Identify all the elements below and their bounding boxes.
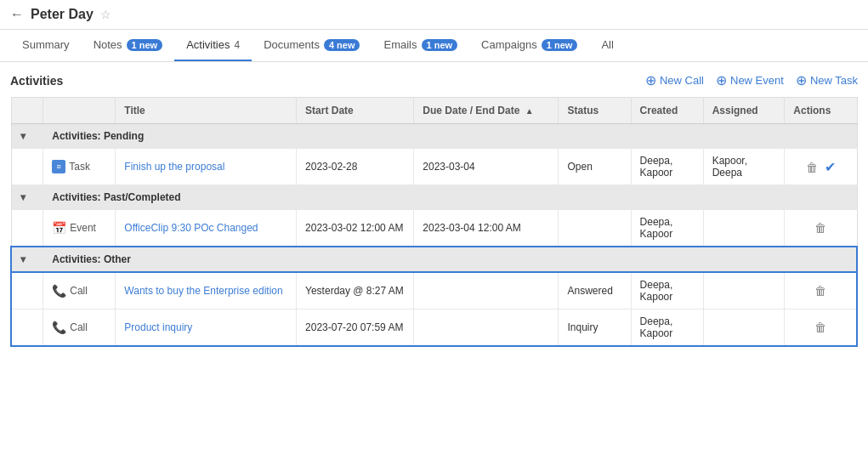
- activities-section-title: Activities: [10, 74, 63, 88]
- col-header-created[interactable]: Created: [631, 98, 703, 124]
- main-content: Activities ⊕ New Call ⊕ New Event ⊕ New …: [0, 62, 868, 357]
- action-buttons: ⊕ New Call ⊕ New Event ⊕ New Task: [645, 72, 858, 88]
- back-button[interactable]: ←: [10, 7, 24, 22]
- delete-event-button[interactable]: 🗑: [814, 221, 826, 235]
- tab-activities-label: Activities: [186, 38, 230, 51]
- title-link-call1[interactable]: Wants to buy the Enterprise edition: [124, 285, 282, 297]
- tab-campaigns-label: Campaigns: [481, 38, 537, 51]
- new-task-button[interactable]: ⊕ New Task: [796, 72, 858, 88]
- row-start-proposal: 2023-02-28: [297, 149, 414, 185]
- group-label-pending: Activities: Pending: [43, 124, 857, 149]
- col-header-status[interactable]: Status: [559, 98, 631, 124]
- row-created-call1: Deepa, Kapoor: [631, 272, 703, 310]
- page-title: Peter Day: [31, 7, 94, 22]
- section-header: Activities ⊕ New Call ⊕ New Event ⊕ New …: [10, 72, 858, 88]
- new-task-icon: ⊕: [796, 72, 807, 88]
- row-indent-call1: [11, 272, 43, 310]
- tab-campaigns-badge: 1 new: [542, 39, 578, 51]
- new-event-button[interactable]: ⊕ New Event: [716, 72, 784, 88]
- group-chevron-pending[interactable]: ▾: [11, 124, 43, 149]
- tab-emails-badge: 1 new: [422, 39, 458, 51]
- type-label-event: Event: [70, 222, 96, 234]
- row-assigned-event: [703, 210, 785, 247]
- col-header-type: [43, 98, 116, 124]
- row-due-proposal: 2023-03-04: [414, 149, 559, 185]
- row-actions-proposal: 🗑 ✔: [785, 149, 857, 185]
- col-header-actions: Actions: [785, 98, 857, 124]
- tab-summary[interactable]: Summary: [10, 30, 82, 61]
- tab-notes[interactable]: Notes 1 new: [82, 30, 175, 61]
- row-start-call1: Yesterday @ 8:27 AM: [297, 272, 414, 310]
- group-row-pending: ▾ Activities: Pending: [11, 124, 857, 149]
- row-status-proposal: Open: [559, 149, 631, 185]
- title-link-event[interactable]: OfficeClip 9:30 POc Changed: [124, 222, 258, 234]
- phone-icon-1: 📞: [52, 284, 66, 298]
- table-row: 📅 Event OfficeClip 9:30 POc Changed 2023…: [11, 210, 857, 247]
- tab-notes-label: Notes: [94, 38, 122, 51]
- tab-emails-label: Emails: [383, 38, 417, 51]
- tab-activities-count: 4: [234, 39, 240, 51]
- tab-notes-badge: 1 new: [127, 39, 163, 51]
- title-link-proposal[interactable]: Finish up the proposal: [124, 161, 224, 173]
- phone-icon-2: 📞: [52, 321, 66, 334]
- tab-activities[interactable]: Activities 4: [174, 30, 252, 61]
- new-event-label: New Event: [730, 74, 784, 87]
- delete-call1-button[interactable]: 🗑: [814, 284, 826, 298]
- col-header-assigned[interactable]: Assigned: [703, 98, 785, 124]
- title-link-call2[interactable]: Product inquiry: [124, 321, 192, 333]
- row-title-call2: Product inquiry: [116, 310, 297, 347]
- col-header-due[interactable]: Due Date / End Date ▲: [414, 98, 559, 124]
- row-assigned-proposal: Kapoor, Deepa: [703, 149, 785, 185]
- table-row: 📞 Call Wants to buy the Enterprise editi…: [11, 272, 857, 310]
- tab-emails[interactable]: Emails 1 new: [372, 30, 469, 61]
- task-doc-icon: ≡: [52, 160, 65, 173]
- activities-table: Title Start Date Due Date / End Date ▲ S…: [10, 97, 858, 347]
- group-chevron-other[interactable]: ▾: [11, 247, 43, 272]
- complete-proposal-button[interactable]: ✔: [825, 160, 836, 174]
- row-indent: [11, 149, 43, 185]
- row-assigned-call1: [703, 272, 785, 310]
- type-label-call2: Call: [70, 321, 88, 333]
- new-call-button[interactable]: ⊕ New Call: [645, 72, 704, 88]
- table-row: ≡ Task Finish up the proposal 2023-02-28…: [11, 149, 857, 185]
- delete-call2-button[interactable]: 🗑: [814, 321, 826, 334]
- row-type-call1: 📞 Call: [43, 272, 116, 310]
- row-due-call1: [414, 272, 559, 310]
- tab-summary-label: Summary: [22, 38, 70, 51]
- row-actions-call2: 🗑: [785, 310, 857, 347]
- new-task-label: New Task: [810, 74, 858, 87]
- tab-campaigns[interactable]: Campaigns 1 new: [469, 30, 589, 61]
- col-header-start[interactable]: Start Date: [297, 98, 414, 124]
- row-indent-event: [11, 210, 43, 247]
- tab-documents-label: Documents: [264, 38, 320, 51]
- row-created-call2: Deepa, Kapoor: [631, 310, 703, 347]
- row-type-event: 📅 Event: [43, 210, 116, 247]
- group-chevron-past[interactable]: ▾: [11, 185, 43, 210]
- row-start-call2: 2023-07-20 07:59 AM: [297, 310, 414, 347]
- type-label-task: Task: [69, 161, 90, 173]
- new-event-icon: ⊕: [716, 72, 727, 88]
- group-row-other: ▾ Activities: Other: [11, 247, 857, 272]
- tab-bar: Summary Notes 1 new Activities 4 Documen…: [0, 30, 868, 62]
- top-bar: ← Peter Day ☆: [0, 0, 868, 30]
- row-status-call2: Inquiry: [559, 310, 631, 347]
- group-label-other: Activities: Other: [43, 247, 857, 272]
- row-title-event: OfficeClip 9:30 POc Changed: [116, 210, 297, 247]
- tab-all[interactable]: All: [589, 30, 625, 61]
- table-header-row: Title Start Date Due Date / End Date ▲ S…: [11, 98, 857, 124]
- row-start-event: 2023-03-02 12:00 AM: [297, 210, 414, 247]
- tab-documents[interactable]: Documents 4 new: [252, 30, 372, 61]
- row-title-call1: Wants to buy the Enterprise edition: [116, 272, 297, 310]
- col-header-title[interactable]: Title: [116, 98, 297, 124]
- row-status-call1: Answered: [559, 272, 631, 310]
- row-type-call2: 📞 Call: [43, 310, 116, 347]
- star-icon[interactable]: ☆: [100, 8, 111, 21]
- tab-documents-badge: 4 new: [324, 39, 360, 51]
- group-row-past: ▾ Activities: Past/Completed: [11, 185, 857, 210]
- row-title-proposal: Finish up the proposal: [116, 149, 297, 185]
- col-header-expand: [11, 98, 43, 124]
- group-label-past: Activities: Past/Completed: [43, 185, 857, 210]
- calendar-icon: 📅: [52, 221, 66, 235]
- row-due-event: 2023-03-04 12:00 AM: [414, 210, 559, 247]
- delete-proposal-button[interactable]: 🗑: [806, 161, 818, 174]
